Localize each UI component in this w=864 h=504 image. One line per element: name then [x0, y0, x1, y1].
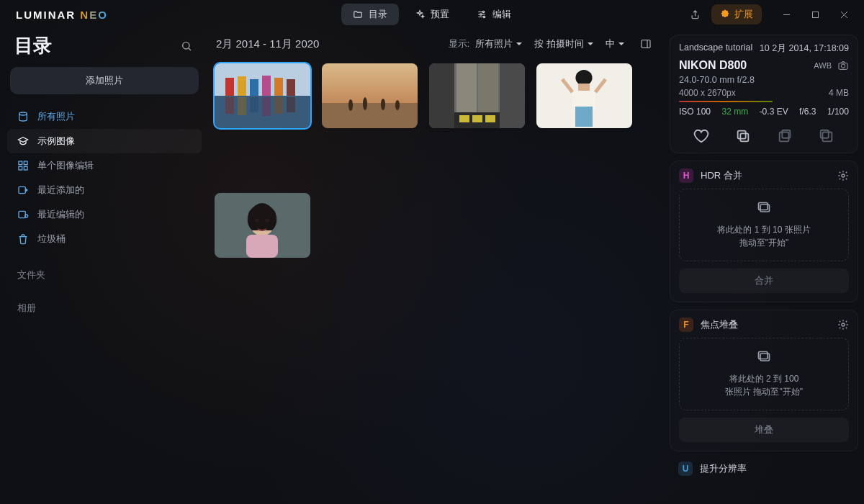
window-minimize[interactable]	[772, 3, 801, 26]
hdr-merge-button[interactable]: 合并	[679, 269, 849, 293]
meta-shutter: 1/100	[827, 107, 849, 117]
window-close[interactable]	[829, 3, 858, 26]
nav-recently-added[interactable]: 最近添加的	[7, 178, 202, 202]
meta-camera: NIKON D800	[679, 59, 747, 72]
thumb-size-dropdown[interactable]: 中	[606, 37, 625, 50]
tab-edit-label: 编辑	[492, 8, 511, 21]
thumbnail[interactable]	[429, 63, 525, 128]
section-albums[interactable]: 相册	[7, 289, 202, 318]
svg-point-48	[255, 219, 259, 222]
share-icon	[690, 9, 701, 20]
upscale-panel-header[interactable]: U 提升分辨率	[670, 459, 858, 477]
thumbnail-grid	[209, 59, 665, 264]
share-button[interactable]	[685, 5, 704, 24]
sparkle-icon	[415, 9, 425, 19]
toggle-info-panel[interactable]	[636, 35, 655, 53]
trash-icon	[17, 233, 29, 245]
meta-focal: 32 mm	[721, 107, 748, 117]
next-version-button[interactable]	[819, 128, 834, 144]
meta-filename: Landscape tutorial	[679, 42, 752, 55]
svg-rect-45	[575, 107, 593, 127]
thumbnail[interactable]	[322, 63, 418, 128]
chevron-down-icon	[618, 40, 625, 48]
svg-point-0	[482, 11, 484, 12]
svg-point-59	[842, 174, 845, 177]
svg-rect-18	[250, 79, 258, 96]
nav-sample-images[interactable]: 示例图像	[7, 129, 202, 153]
svg-rect-17	[238, 76, 246, 96]
svg-point-31	[363, 97, 367, 110]
svg-rect-57	[823, 132, 832, 142]
svg-point-52	[841, 64, 845, 68]
extensions-button[interactable]: 扩展	[711, 4, 762, 24]
nav-single-edits[interactable]: 单个图像编辑	[7, 153, 202, 178]
focus-stack-panel: F 焦点堆叠 将此处的 2 到 100 张照片 拖动至"开始" 堆叠	[670, 310, 858, 451]
svg-rect-55	[780, 132, 789, 142]
svg-rect-3	[812, 12, 818, 17]
app-logo: LUMINAR NEO	[16, 9, 108, 21]
search-button[interactable]	[177, 37, 196, 55]
nav-all-photos[interactable]: 所有照片	[7, 104, 202, 129]
chevron-down-icon	[516, 40, 523, 48]
image-plus-icon	[17, 184, 29, 196]
meta-ev: -0.3 EV	[760, 107, 788, 117]
histogram-bar	[679, 101, 773, 102]
prev-version-button[interactable]	[777, 128, 793, 144]
svg-point-12	[25, 215, 28, 217]
svg-rect-54	[738, 131, 746, 139]
gear-icon[interactable]	[837, 170, 849, 181]
svg-rect-29	[322, 103, 418, 128]
camera-icon	[837, 60, 849, 71]
grid-icon	[17, 160, 29, 171]
svg-rect-10	[19, 186, 25, 193]
panel-right-icon	[640, 38, 652, 50]
section-folders[interactable]: 文件夹	[7, 256, 202, 284]
hdr-dropzone[interactable]: 将此处的 1 到 10 张照片 拖动至"开始"	[679, 189, 849, 261]
focus-dropzone[interactable]: 将此处的 2 到 100 张照片 拖动至"开始"	[679, 338, 849, 410]
focus-stack-button[interactable]: 堆叠	[679, 418, 849, 442]
extensions-label: 扩展	[734, 8, 753, 21]
thumbnail[interactable]	[536, 63, 632, 128]
image-edit-icon	[17, 209, 29, 220]
sliders-icon	[477, 9, 487, 19]
sort-dropdown[interactable]: 按 拍摄时间	[534, 37, 594, 50]
window-maximize[interactable]	[801, 3, 829, 26]
filter-show-dropdown[interactable]: 所有照片	[475, 37, 523, 50]
upscale-title: 提升分辨率	[700, 462, 747, 475]
svg-rect-25	[262, 97, 271, 116]
focus-title: 焦点堆叠	[701, 318, 738, 331]
nav-recently-edited[interactable]: 最近编辑的	[7, 202, 202, 227]
copy-button[interactable]	[735, 128, 751, 144]
svg-rect-42	[485, 115, 495, 122]
svg-rect-9	[24, 166, 27, 170]
puzzle-icon	[720, 9, 730, 19]
svg-rect-19	[262, 76, 271, 96]
tab-catalog[interactable]: 目录	[341, 4, 399, 25]
svg-rect-8	[19, 166, 22, 170]
focus-icon: F	[679, 318, 693, 332]
svg-rect-58	[821, 130, 829, 138]
tab-catalog-label: 目录	[369, 8, 387, 21]
tab-edit[interactable]: 编辑	[465, 4, 523, 25]
thumbnail[interactable]	[215, 63, 310, 128]
svg-point-33	[395, 100, 400, 110]
hdr-icon: H	[679, 168, 693, 183]
svg-point-32	[381, 99, 385, 110]
svg-rect-21	[287, 79, 295, 96]
svg-rect-28	[322, 63, 418, 103]
favorite-button[interactable]	[693, 128, 709, 144]
meta-dimensions: 4000 x 2670px	[679, 88, 736, 98]
hdr-merge-panel: H HDR 合并 将此处的 1 到 10 张照片 拖动至"开始" 合并	[670, 161, 858, 302]
date-range[interactable]: 2月 2014 - 11月 2020	[216, 37, 319, 51]
nav-trash[interactable]: 垃圾桶	[7, 227, 202, 251]
database-icon	[17, 111, 29, 122]
svg-rect-27	[287, 97, 295, 112]
svg-rect-7	[24, 161, 27, 165]
svg-rect-40	[459, 115, 469, 122]
svg-rect-24	[250, 97, 258, 112]
gear-icon[interactable]	[837, 319, 849, 330]
add-photos-button[interactable]: 添加照片	[10, 67, 199, 94]
svg-point-62	[842, 323, 845, 326]
tab-presets[interactable]: 预置	[403, 4, 461, 25]
thumbnail[interactable]	[215, 193, 310, 258]
